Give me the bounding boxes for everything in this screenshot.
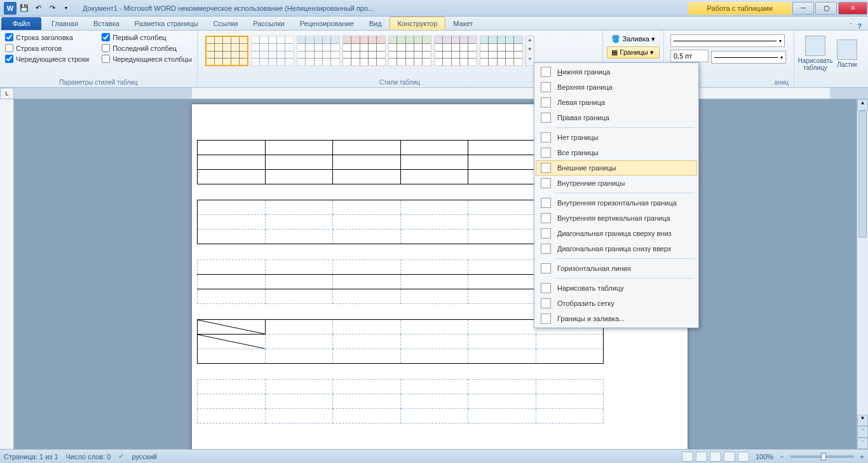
dd-bottom-border[interactable]: Нижняя граница [536, 64, 697, 79]
zoom-in-icon[interactable]: + [860, 453, 864, 460]
style-thumb[interactable] [342, 36, 386, 66]
redo-icon[interactable]: ↷ [46, 2, 58, 15]
pencil-icon [541, 283, 551, 293]
scroll-up-icon[interactable]: ▲ [857, 99, 868, 111]
dd-draw-table[interactable]: Нарисовать таблицу [536, 280, 697, 296]
dd-right-border[interactable]: Правая граница [536, 110, 697, 125]
ribbon-minimize-icon[interactable]: ˇ [850, 22, 853, 30]
no-border-icon [541, 132, 551, 142]
chk-first-col[interactable]: Первый столбец [102, 33, 192, 41]
line-style-select[interactable]: ▾ [670, 34, 785, 47]
view-web[interactable] [710, 452, 721, 462]
status-language[interactable]: русский [132, 453, 156, 460]
dd-view-gridlines[interactable]: Отобразить сетку [536, 296, 697, 311]
status-page[interactable]: Страница: 1 из 1 [4, 453, 58, 460]
tab-layout[interactable]: Разметка страницы [127, 17, 206, 30]
borders-icon: ▦ [611, 48, 618, 57]
chk-banded-rows[interactable]: Чередующиеся строки [5, 55, 89, 63]
view-outline[interactable] [724, 452, 735, 462]
prev-page-icon[interactable]: ◦ [857, 426, 868, 438]
next-page-icon[interactable]: ◦ [857, 438, 868, 449]
zoom-slider[interactable] [790, 455, 854, 458]
dd-horizontal-line[interactable]: Горизонтальная линия [536, 261, 697, 276]
context-tab-title: Работа с таблицами [688, 2, 792, 15]
left-border-icon [541, 97, 551, 107]
zoom-level[interactable]: 100% [756, 453, 773, 460]
inside-borders-icon [541, 178, 551, 188]
tab-references[interactable]: Ссылки [206, 17, 246, 30]
tab-design[interactable]: Конструктор [390, 17, 446, 30]
chk-banded-cols[interactable]: Чередующиеся столбцы [102, 55, 192, 63]
scroll-down-icon[interactable]: ▼ [857, 415, 868, 426]
dd-inside-v-border[interactable]: Внутренняя вертикальная граница [536, 211, 697, 226]
zoom-out-icon[interactable]: − [780, 453, 783, 460]
tab-view[interactable]: Вид [362, 17, 390, 30]
dd-borders-shading[interactable]: Границы и заливка... [536, 311, 697, 326]
dd-inside-h-border[interactable]: Внутренняя горизонтальная граница [536, 195, 697, 211]
diag-down-icon [541, 228, 551, 238]
borders-button[interactable]: ▦Границы ▾ [607, 46, 660, 59]
view-print-layout[interactable] [682, 452, 693, 462]
spellcheck-icon[interactable]: ✓ [118, 452, 124, 460]
tab-table-layout[interactable]: Макет [445, 17, 480, 30]
window-controls: ─ ▢ ✕ [792, 2, 868, 15]
line-sample[interactable]: ▾ [711, 51, 786, 64]
help-icon[interactable]: ? [857, 22, 862, 30]
dd-diag-up[interactable]: Диагональная граница снизу вверх [536, 241, 697, 256]
draw-table-button[interactable]: Нарисовать таблицу [799, 33, 831, 74]
bottom-border-icon [541, 67, 551, 77]
status-words[interactable]: Число слов: 0 [66, 453, 111, 460]
ruler-corner[interactable]: L [0, 88, 14, 99]
tab-insert[interactable]: Вставка [86, 17, 127, 30]
qat-more-icon[interactable]: ▾ [60, 2, 72, 15]
dd-top-border[interactable]: Верхняя граница [536, 79, 697, 95]
grid-icon [541, 298, 551, 308]
view-draft[interactable] [738, 452, 749, 462]
scroll-thumb[interactable] [858, 111, 867, 238]
shading-button[interactable]: 🪣Заливка ▾ [607, 33, 660, 45]
chk-last-col[interactable]: Последний столбец [102, 44, 192, 52]
dd-diag-down[interactable]: Диагональная граница сверху вниз [536, 226, 697, 241]
style-thumb[interactable] [251, 36, 294, 66]
ribbon-tabs: Файл Главная Вставка Разметка страницы С… [0, 17, 868, 31]
vertical-ruler[interactable] [0, 99, 14, 449]
document-area[interactable]: ✥ [14, 99, 857, 449]
undo-icon[interactable]: ↶ [32, 2, 44, 15]
dd-all-borders[interactable]: Все границы [536, 145, 697, 160]
draw-table-icon [805, 36, 825, 56]
word-icon[interactable]: W [4, 2, 17, 15]
view-full-screen[interactable] [696, 452, 707, 462]
svg-line-0 [198, 320, 265, 334]
dd-left-border[interactable]: Левая граница [536, 95, 697, 110]
vertical-scrollbar[interactable]: ▲ ▼ ◦ ◦ [857, 99, 868, 449]
group-table-style-options: Строка заголовка Строка итогов Чередующи… [0, 31, 198, 87]
save-icon[interactable]: 💾 [18, 2, 31, 15]
minimize-button[interactable]: ─ [792, 2, 814, 15]
dd-no-border[interactable]: Нет границы [536, 130, 697, 145]
quick-access-toolbar: W 💾 ↶ ↷ ▾ [0, 2, 76, 15]
file-tab[interactable]: Файл [1, 17, 41, 30]
tab-mailings[interactable]: Рассылки [245, 17, 292, 30]
bucket-icon: 🪣 [611, 35, 620, 43]
tab-home[interactable]: Главная [44, 17, 86, 30]
horizontal-ruler[interactable] [14, 88, 868, 99]
line-weight-select[interactable]: 0,5 пт [670, 50, 709, 62]
style-thumb[interactable] [388, 36, 431, 66]
group-label-options: Параметры стилей таблиц [5, 78, 192, 86]
style-thumb[interactable] [434, 36, 477, 66]
gallery-scroll[interactable]: ▲▼▾ [526, 36, 534, 66]
style-thumb[interactable] [205, 36, 248, 66]
ribbon-help: ˇ ? [850, 22, 868, 30]
maximize-button[interactable]: ▢ [815, 2, 837, 15]
eraser-button[interactable]: Ластик [831, 33, 863, 74]
all-borders-icon [541, 148, 551, 158]
close-button[interactable]: ✕ [838, 2, 867, 15]
tab-review[interactable]: Рецензирование [292, 17, 362, 30]
style-thumb[interactable] [480, 36, 523, 66]
dd-outside-borders[interactable]: Внешние границы [536, 160, 697, 176]
dd-inside-borders[interactable]: Внутренние границы [536, 176, 697, 191]
chk-header-row[interactable]: Строка заголовка [5, 33, 89, 41]
style-thumb[interactable] [297, 36, 340, 66]
table-5[interactable] [197, 379, 604, 424]
chk-total-row[interactable]: Строка итогов [5, 44, 89, 52]
